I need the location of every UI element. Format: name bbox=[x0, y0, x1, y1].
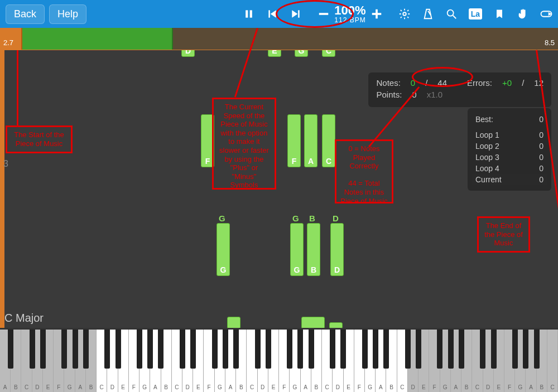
white-key[interactable]: F bbox=[279, 330, 290, 392]
white-key[interactable]: F bbox=[429, 330, 440, 392]
key-letter: B bbox=[389, 384, 393, 390]
white-key[interactable]: B bbox=[86, 330, 97, 392]
key-letter: F bbox=[208, 384, 211, 390]
white-key[interactable]: E bbox=[419, 330, 429, 392]
white-key[interactable]: C bbox=[21, 330, 32, 392]
white-key[interactable]: D bbox=[32, 330, 43, 392]
white-key[interactable]: C bbox=[472, 330, 483, 392]
key-letter: F bbox=[282, 384, 286, 390]
key-letter: E bbox=[422, 384, 426, 390]
metronome-icon[interactable] bbox=[422, 8, 434, 20]
roll-left-edge bbox=[0, 50, 4, 328]
white-key[interactable]: B bbox=[11, 330, 21, 392]
white-key[interactable]: D bbox=[483, 330, 494, 392]
pause-icon[interactable] bbox=[243, 8, 255, 20]
white-key[interactable]: E bbox=[193, 330, 204, 392]
key-letter: C bbox=[475, 384, 479, 390]
loop-icon[interactable] bbox=[540, 8, 552, 20]
white-key[interactable]: C bbox=[247, 330, 257, 392]
white-key[interactable]: E bbox=[43, 330, 54, 392]
loop-value: 0 bbox=[539, 164, 543, 173]
note-hint: G bbox=[219, 214, 225, 223]
note-hint: G bbox=[292, 214, 299, 223]
notation-toggle[interactable]: La bbox=[469, 8, 482, 20]
white-key[interactable]: G bbox=[440, 330, 451, 392]
white-key[interactable]: G bbox=[365, 330, 376, 392]
white-key[interactable]: G bbox=[290, 330, 300, 392]
key-letter: D bbox=[336, 384, 340, 390]
piano-keyboard[interactable]: ABCDEFGABCDEFGABCDEFGABCDEFGABCDEFGABCDE… bbox=[0, 328, 558, 392]
white-key[interactable]: G bbox=[215, 330, 225, 392]
white-key[interactable]: F bbox=[54, 330, 64, 392]
progress-bar[interactable]: 2.7 8.5 bbox=[0, 28, 558, 50]
white-key[interactable]: F bbox=[354, 330, 365, 392]
white-key[interactable]: D bbox=[408, 330, 419, 392]
white-key[interactable]: C bbox=[322, 330, 333, 392]
key-letter: C bbox=[25, 384, 28, 390]
tempo-plus-icon[interactable] bbox=[371, 8, 383, 20]
key-letter: C bbox=[325, 384, 329, 390]
white-key[interactable]: C bbox=[547, 330, 558, 392]
white-key[interactable]: A bbox=[526, 330, 536, 392]
loop-row: Loop 20 bbox=[475, 141, 543, 152]
key-letter: C bbox=[550, 384, 554, 390]
white-key[interactable]: B bbox=[537, 330, 547, 392]
back-button[interactable]: Back bbox=[6, 4, 45, 24]
white-key[interactable]: G bbox=[515, 330, 526, 392]
loop-row-current: Current0 bbox=[472, 174, 547, 185]
white-key[interactable]: A bbox=[75, 330, 86, 392]
key-letter: A bbox=[153, 384, 157, 390]
key-letter: A bbox=[304, 384, 307, 390]
white-key[interactable]: A bbox=[225, 330, 236, 392]
bookmark-icon[interactable] bbox=[493, 8, 506, 20]
note-hint: B bbox=[309, 214, 315, 223]
white-key[interactable]: G bbox=[140, 330, 150, 392]
loop-value: 0 bbox=[539, 130, 543, 139]
white-key[interactable]: E bbox=[118, 330, 129, 392]
white-key[interactable]: B bbox=[386, 330, 397, 392]
gear-icon[interactable] bbox=[398, 8, 411, 20]
key-letter: A bbox=[454, 384, 458, 390]
key-letter: G bbox=[68, 384, 72, 390]
points-mult: x1.0 bbox=[427, 90, 442, 99]
white-key[interactable]: C bbox=[397, 330, 408, 392]
loop-label: Loop 1 bbox=[475, 130, 499, 139]
white-key[interactable]: F bbox=[204, 330, 214, 392]
white-key[interactable]: D bbox=[182, 330, 193, 392]
white-key[interactable]: D bbox=[107, 330, 118, 392]
white-key[interactable]: B bbox=[236, 330, 247, 392]
svg-point-9 bbox=[403, 12, 406, 16]
white-key[interactable]: B bbox=[311, 330, 322, 392]
loops-panel: Best: 0 Loop 10 Loop 20 Loop 30 Loop 40 … bbox=[468, 108, 551, 191]
white-key[interactable]: B bbox=[461, 330, 472, 392]
white-key[interactable]: E bbox=[344, 330, 354, 392]
white-key[interactable]: C bbox=[97, 330, 107, 392]
key-letter: F bbox=[508, 384, 511, 390]
hand-icon[interactable] bbox=[517, 8, 529, 20]
annotation-speed: The Current Speed of the Piece of Music … bbox=[212, 98, 276, 190]
white-key[interactable]: D bbox=[333, 330, 343, 392]
help-button[interactable]: Help bbox=[49, 4, 86, 24]
white-key[interactable]: A bbox=[150, 330, 161, 392]
errors-value: +0 bbox=[502, 78, 512, 88]
key-letter: G bbox=[518, 384, 522, 390]
white-key[interactable]: G bbox=[64, 330, 75, 392]
progress-fill bbox=[0, 28, 173, 50]
white-key[interactable]: D bbox=[258, 330, 268, 392]
white-key[interactable]: B bbox=[161, 330, 172, 392]
white-key[interactable]: A bbox=[451, 330, 461, 392]
white-key[interactable]: C bbox=[172, 330, 182, 392]
search-icon[interactable] bbox=[445, 8, 458, 20]
end-time-label: 8.5 bbox=[545, 38, 555, 47]
note-roll[interactable]: D E G C 3 F F A C G G B D G G B D C Majo… bbox=[0, 50, 558, 328]
white-key[interactable]: A bbox=[301, 330, 311, 392]
white-key[interactable]: E bbox=[494, 330, 504, 392]
loop-label: Loop 3 bbox=[475, 153, 499, 162]
white-key[interactable]: E bbox=[268, 330, 279, 392]
white-key[interactable]: A bbox=[0, 330, 11, 392]
key-letter: B bbox=[239, 384, 243, 390]
white-key[interactable]: F bbox=[504, 330, 515, 392]
best-label: Best: bbox=[475, 115, 493, 124]
white-key[interactable]: A bbox=[376, 330, 386, 392]
white-key[interactable]: F bbox=[129, 330, 140, 392]
